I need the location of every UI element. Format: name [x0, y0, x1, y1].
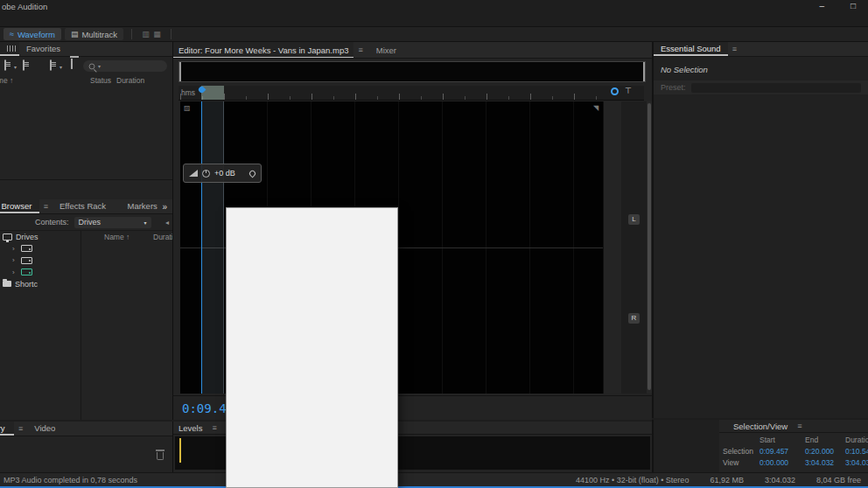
spectral-display-icon[interactable]: ▥: [140, 28, 151, 40]
tab-files[interactable]: [0, 42, 19, 56]
history-panel: History ≡ Video: [0, 422, 172, 472]
trash-icon[interactable]: [157, 452, 164, 460]
view-start-value[interactable]: 0:00.000: [760, 458, 788, 467]
maximize-button[interactable]: □: [850, 1, 856, 10]
files-panel: Favorites ▾ ▾ ▾ Name ↑ Status Duration: [0, 42, 172, 179]
tree-item-drive[interactable]: ›: [0, 254, 80, 267]
tab-mixer[interactable]: Mixer: [368, 45, 405, 55]
db-scale[interactable]: [603, 101, 621, 394]
pitch-display-icon[interactable]: ▦: [151, 28, 163, 40]
tree-item-drives[interactable]: Drives: [0, 231, 80, 243]
left-channel-badge[interactable]: L: [628, 214, 640, 225]
files-tab-icon: [7, 45, 17, 52]
status-format: 44100 Hz • 32-bit (float) • Stereo: [576, 476, 689, 485]
caret-icon: ▾: [14, 64, 17, 70]
selection-start-value[interactable]: 0:09.457: [760, 447, 788, 456]
computer-icon: [3, 234, 12, 241]
contents-dropdown[interactable]: Drives ▾: [74, 217, 151, 228]
column-end: End: [805, 436, 818, 444]
no-selection-label: No Selection: [661, 65, 708, 74]
headphone-icon[interactable]: [611, 87, 619, 95]
panel-overflow-icon[interactable]: »: [162, 202, 167, 212]
multitrack-button[interactable]: ▤ Multitrack: [65, 28, 123, 40]
drive-icon: [21, 245, 32, 252]
tab-favorites[interactable]: Favorites: [19, 42, 67, 56]
waveform-selection[interactable]: [201, 101, 224, 394]
panel-menu-icon[interactable]: ≡: [18, 424, 23, 433]
import-file-icon[interactable]: [50, 60, 52, 70]
status-duration: 3:04.032: [765, 476, 795, 485]
collapse-panel-icon[interactable]: ◂: [165, 219, 169, 227]
column-start: Start: [760, 436, 775, 444]
panel-menu-icon[interactable]: ≡: [358, 45, 362, 54]
folder-icon: [3, 281, 11, 287]
selection-end-value[interactable]: 0:20.000: [805, 447, 834, 456]
column-duration[interactable]: Duration: [116, 76, 144, 85]
gain-knob-icon[interactable]: [202, 170, 210, 178]
tab-effects-rack[interactable]: Effects Rack: [52, 199, 110, 213]
waveform-button[interactable]: ≈ Waveform: [4, 28, 61, 40]
waveform-label: Waveform: [18, 30, 55, 39]
trash-icon[interactable]: [71, 59, 73, 68]
view-end-value[interactable]: 3:04.032: [805, 458, 834, 467]
open-file-icon[interactable]: [23, 60, 24, 70]
tree-item-drive[interactable]: ›: [0, 267, 80, 279]
tab-editor[interactable]: Editor: Four More Weeks - Vans in Japan.…: [173, 42, 354, 58]
tab-media-browser[interactable]: Media Browser: [0, 199, 39, 213]
tab-video[interactable]: Video: [27, 422, 62, 436]
tab-markers[interactable]: Markers: [120, 199, 162, 213]
waveform-overview[interactable]: [178, 61, 646, 82]
gain-hud[interactable]: +0 dB: [183, 164, 262, 183]
multitrack-label: Multitrack: [81, 30, 117, 39]
drive-icon: [21, 268, 32, 275]
ruler-ticks: [180, 94, 603, 100]
minimize-button[interactable]: –: [819, 1, 824, 10]
caret-icon: ▾: [144, 220, 147, 226]
toolbar-separator: [171, 29, 172, 39]
toolbar-separator: [131, 29, 132, 39]
caret-icon: ▾: [98, 63, 101, 69]
pin-icon[interactable]: [248, 169, 257, 178]
status-message: MP3 Audio completed in 0,78 seconds: [4, 476, 137, 485]
anchor-icon[interactable]: ⊤: [625, 87, 632, 95]
column-name[interactable]: Name ↑: [104, 233, 130, 241]
tree-item-drive[interactable]: ›: [0, 243, 80, 255]
adobe-audition-window: obe Audition – □ ≈ Waveform ▤ Multitrack…: [0, 0, 868, 488]
preset-row: Preset:: [654, 80, 868, 94]
view-duration-value[interactable]: 3:04.032: [845, 458, 868, 467]
status-free-space: 8,04 GB free: [816, 476, 861, 485]
tab-essential-sound[interactable]: Essential Sound: [654, 42, 728, 56]
panel-menu-icon[interactable]: ≡: [797, 422, 802, 430]
timeline-ruler[interactable]: hms: [178, 86, 644, 101]
selection-duration-value[interactable]: 0:10.543: [845, 447, 868, 456]
right-channel-badge[interactable]: R: [628, 313, 640, 324]
overview-canvas[interactable]: [181, 62, 645, 81]
contents-label: Contents:: [35, 218, 69, 227]
ruler-unit-label: hms: [181, 88, 195, 97]
multitrack-icon: ▤: [71, 30, 79, 38]
edit-context-menu: [226, 207, 398, 488]
status-bar: MP3 Audio completed in 0,78 seconds 4410…: [0, 472, 868, 486]
panel-menu-icon[interactable]: ≡: [44, 202, 48, 211]
files-search-input[interactable]: ▾: [83, 60, 167, 72]
tree-item-shortcuts[interactable]: Shortcuts: [0, 278, 80, 290]
gain-ramp-icon: [189, 170, 198, 177]
caret-icon: ▾: [60, 64, 62, 70]
column-duration[interactable]: Duration: [153, 233, 172, 241]
column-duration: Duration: [845, 436, 868, 444]
selection-view-panel: Selection/View ≡ Start End Duration Sele…: [719, 420, 868, 472]
column-status[interactable]: Status: [90, 76, 111, 85]
new-file-icon[interactable]: [4, 60, 6, 70]
column-name[interactable]: Name ↑: [0, 76, 13, 85]
window-title: obe Audition: [2, 2, 47, 11]
channel-badge-column: L R: [621, 101, 647, 394]
selection-view-title: Selection/View: [733, 422, 788, 431]
tab-history[interactable]: History: [0, 422, 14, 436]
panel-menu-icon[interactable]: ≡: [732, 45, 737, 53]
corner-resize-icon[interactable]: ◥: [593, 104, 598, 112]
panel-menu-icon[interactable]: ≡: [212, 423, 216, 432]
grid-icon[interactable]: ▨: [184, 104, 191, 112]
preset-dropdown[interactable]: [691, 83, 861, 93]
playhead-line[interactable]: [201, 101, 202, 394]
view-row-label: View: [723, 458, 738, 467]
